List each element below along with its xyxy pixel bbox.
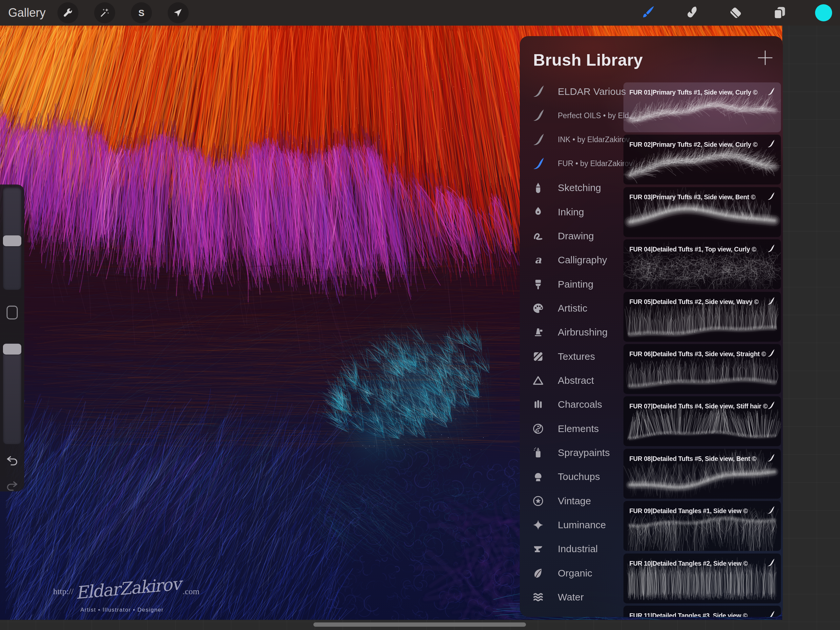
category-textures[interactable]: Textures (520, 344, 624, 368)
leaf-icon (531, 567, 546, 579)
category-label: Luminance (558, 519, 606, 530)
category-artistic[interactable]: Artistic (520, 296, 624, 320)
category-spraypaints[interactable]: Spraypaints (520, 440, 624, 465)
smudge-finger-icon[interactable] (683, 4, 700, 21)
category-inking[interactable]: Inking (520, 200, 624, 224)
category-label: Sketching (558, 182, 601, 193)
color-swatch[interactable] (815, 4, 832, 21)
brush-set-fur[interactable]: FUR • by EldarZakirov (520, 152, 624, 176)
svg-text:a: a (535, 254, 542, 266)
paintbrush-icon (531, 278, 546, 291)
brush-opacity-slider[interactable] (3, 343, 21, 444)
brush-swoosh-icon (766, 558, 776, 569)
category-industrial[interactable]: Industrial (520, 537, 624, 561)
brush-swoosh-icon (766, 453, 776, 464)
category-touchups[interactable]: Touchups (520, 465, 624, 489)
brush-item-fur-09[interactable]: FUR 09|Detailed Tangles #1, Side view © (624, 501, 781, 551)
horizontal-scrollbar[interactable] (313, 622, 526, 627)
add-brush-button[interactable] (755, 48, 775, 68)
category-drawing[interactable]: Drawing (520, 224, 624, 248)
modify-button[interactable] (6, 306, 18, 320)
category-label: Painting (558, 279, 593, 290)
brush-item-fur-01[interactable]: FUR 01|Primary Tufts #1, Side view, Curl… (624, 82, 781, 132)
procreate-app: http:// EldarZakirov .com Artist • Illus… (0, 0, 840, 630)
category-water[interactable]: Water (520, 585, 624, 609)
brush-item-fur-06[interactable]: FUR 06|Detailed Tufts #3, Side view, Str… (624, 344, 781, 394)
category-elements[interactable]: Elements (520, 416, 624, 440)
bars-icon (531, 398, 546, 411)
brush-item-fur-02[interactable]: FUR 02|Primary Tufts #2, Side view, Curl… (624, 135, 781, 185)
anvil-icon (531, 543, 546, 555)
brush-swoosh-icon (766, 348, 776, 359)
transform-arrow-icon[interactable] (168, 2, 189, 23)
airbrush-icon (531, 326, 546, 339)
active-color-cyan (815, 4, 832, 21)
brush-set-perfect[interactable]: Perfect OILS • by Eld... (520, 104, 624, 128)
brush-swoosh-icon (766, 400, 776, 412)
toolbar: Gallery S (0, 0, 840, 25)
toolbar-left-group: Gallery S (0, 2, 204, 23)
brush-item-fur-03[interactable]: FUR 03|Primary Tufts #3, Side view, Bent… (624, 187, 781, 237)
sparkle-icon (531, 519, 546, 531)
artist-signature: http:// EldarZakirov .com (53, 578, 199, 598)
brush-item-fur-07[interactable]: FUR 07|Detailed Tufts #4, Side view, Sti… (624, 396, 781, 446)
brush-opacity-handle[interactable] (3, 344, 21, 355)
brush-label: FUR 10|Detailed Tangles #2, Side view © (629, 560, 748, 567)
actions-wrench-icon[interactable] (57, 2, 79, 23)
eraser-icon[interactable] (727, 4, 744, 21)
italic-a-icon: a (531, 254, 546, 266)
brush-item-fur-08[interactable]: FUR 08|Detailed Tufts #5, Side view, Ben… (624, 449, 781, 499)
brush-item-fur-10[interactable]: FUR 10|Detailed Tangles #2, Side view © (624, 554, 781, 603)
adjustments-wand-icon[interactable] (94, 2, 115, 23)
triangle-icon (531, 374, 546, 387)
category-painting[interactable]: Painting (520, 272, 624, 296)
category-label: Textures (558, 351, 595, 362)
category-airbrushing[interactable]: Airbrushing (520, 320, 624, 344)
category-luminance[interactable]: Luminance (520, 513, 624, 537)
toolbar-right-group (639, 4, 840, 21)
category-label: FUR • by EldarZakirov (558, 159, 633, 168)
brush-item-fur-04[interactable]: FUR 04|Detailed Tufts #1, Top view, Curl… (624, 239, 781, 289)
texture-icon (531, 350, 546, 363)
category-label: Calligraphy (558, 255, 607, 266)
layers-icon[interactable] (771, 4, 788, 21)
category-label: INK • by EldarZakirov (558, 135, 630, 144)
brush-label: FUR 09|Detailed Tangles #1, Side view © (629, 507, 748, 515)
brush-set-eldar[interactable]: ELDAR Various (520, 80, 624, 104)
category-sketching[interactable]: Sketching (520, 176, 624, 200)
paint-brush-icon[interactable] (639, 4, 656, 21)
category-calligraphy[interactable]: aCalligraphy (520, 248, 624, 272)
category-label: ELDAR Various (558, 86, 626, 97)
brush-set-swoosh-icon (531, 108, 546, 123)
brush-label: FUR 02|Primary Tufts #2, Side view, Curl… (629, 141, 758, 149)
category-label: Organic (558, 568, 592, 579)
brush-label: FUR 05|Detailed Tufts #2, Side view, Wav… (629, 298, 759, 306)
signature-url-suffix: .com (183, 587, 199, 597)
category-abstract[interactable]: Abstract (520, 368, 624, 392)
star-icon (531, 495, 546, 507)
category-vintage[interactable]: Vintage (520, 489, 624, 513)
tool-sidebar (0, 185, 24, 491)
selection-s-icon[interactable]: S (131, 2, 152, 23)
brush-set-ink[interactable]: INK • by EldarZakirov (520, 128, 624, 152)
signature-tagline: Artist • Illustrator • Designer (73, 607, 171, 613)
category-label: Industrial (558, 543, 598, 554)
brush-library-panel: Brush Library ELDAR VariousPerfect OILS … (520, 36, 783, 617)
category-label: Charcoals (558, 399, 602, 410)
brush-size-slider[interactable] (3, 187, 21, 290)
gallery-button[interactable]: Gallery (8, 6, 46, 20)
category-organic[interactable]: Organic (520, 561, 624, 585)
palette-icon (531, 302, 546, 315)
brush-set-swoosh-icon (531, 156, 546, 171)
brush-label: FUR 03|Primary Tufts #3, Side view, Bent… (629, 193, 755, 201)
redo-button[interactable] (6, 479, 19, 494)
brush-size-handle[interactable] (3, 235, 21, 246)
brush-label: FUR 01|Primary Tufts #1, Side view, Curl… (629, 89, 758, 96)
brush-swoosh-icon (766, 87, 776, 98)
brush-label: FUR 08|Detailed Tufts #5, Side view, Ben… (629, 455, 756, 462)
brush-item-fur-11[interactable]: FUR 11|Detailed Tangles #3, Side view © (624, 606, 781, 617)
category-label: Drawing (558, 231, 594, 242)
category-charcoals[interactable]: Charcoals (520, 393, 624, 416)
undo-button[interactable] (6, 454, 19, 468)
brush-item-fur-05[interactable]: FUR 05|Detailed Tufts #2, Side view, Wav… (624, 292, 781, 342)
